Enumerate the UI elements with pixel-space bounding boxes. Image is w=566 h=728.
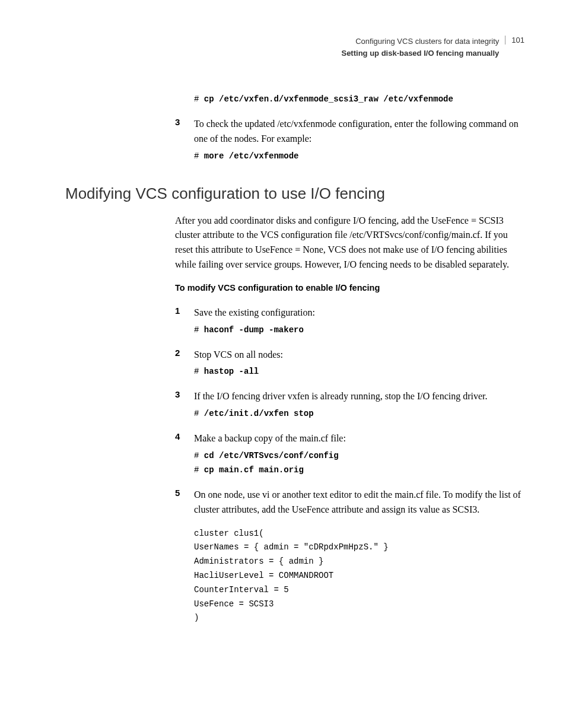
step-1-code: # haconf -dump -makero — [194, 325, 524, 335]
step-text: On one node, use vi or another text edit… — [194, 488, 524, 517]
section-heading: Modifying VCS configuration to use I/O f… — [65, 185, 524, 203]
page-header: Configuring VCS clusters for data integr… — [65, 36, 524, 59]
code-text: cluster clus1( — [194, 529, 264, 538]
code-line: # cp main.cf main.orig — [194, 465, 524, 475]
code-text: HacliUserLevel = COMMANDROOT — [194, 571, 333, 580]
step-text: Stop VCS on all nodes: — [194, 348, 283, 363]
code-command: cp main.cf main.orig — [204, 465, 304, 475]
step-5: 5 On one node, use vi or another text ed… — [175, 488, 524, 517]
step-number: 5 — [175, 488, 194, 517]
code-text-bold: UseFence = SCSI3 — [194, 599, 274, 609]
step-3-code: # /etc/init.d/vxfen stop — [194, 409, 524, 418]
step-text: Save the existing configuration: — [194, 306, 315, 320]
step-3-top: 3 To check the updated /etc/vxfenmode co… — [175, 117, 524, 147]
code-prompt: # — [194, 151, 204, 161]
code-prompt: # — [194, 409, 204, 418]
code-text: UserNames = { admin = "cDRpdxPmHpzS." } — [194, 542, 389, 552]
step-text: Make a backup copy of the main.cf file: — [194, 431, 346, 446]
step-number: 3 — [175, 117, 194, 147]
code-command: cp /etc/vxfen.d/vxfenmode_scsi3_raw /etc… — [204, 94, 453, 104]
header-subtitle: Setting up disk-based I/O fencing manual… — [341, 47, 499, 59]
step-text: To check the updated /etc/vxfenmode conf… — [194, 117, 524, 147]
code-text: Administrators = { admin } — [194, 557, 323, 566]
step-4: 4 Make a backup copy of the main.cf file… — [175, 431, 524, 446]
intro-paragraph: After you add coordinator disks and conf… — [175, 214, 524, 272]
step-number: 2 — [175, 348, 194, 363]
code-prompt: # — [194, 451, 204, 460]
procedure-heading: To modify VCS configuration to enable I/… — [175, 283, 524, 293]
step-3-top-code: # more /etc/vxfenmode — [194, 151, 524, 161]
code-line: # more /etc/vxfenmode — [194, 151, 524, 161]
step-number: 4 — [175, 431, 194, 446]
code-line: # cd /etc/VRTSvcs/conf/config — [194, 451, 524, 460]
step-1: 1 Save the existing configuration: — [175, 306, 524, 320]
code-prompt: # — [194, 94, 204, 104]
step-5-code-block: cluster clus1( UserNames = { admin = "cD… — [194, 527, 524, 626]
code-line: # haconf -dump -makero — [194, 325, 524, 335]
code-text: ) — [194, 613, 199, 622]
section-body: After you add coordinator disks and conf… — [175, 214, 524, 626]
header-text: Configuring VCS clusters for data integr… — [341, 36, 499, 59]
step-text: If the I/O fencing driver vxfen is alrea… — [194, 389, 488, 404]
code-line: # hastop -all — [194, 367, 524, 376]
code-prompt: # — [194, 465, 204, 475]
top-content: # cp /etc/vxfen.d/vxfenmode_scsi3_raw /e… — [175, 94, 524, 161]
step-2: 2 Stop VCS on all nodes: — [175, 348, 524, 363]
step-3: 3 If the I/O fencing driver vxfen is alr… — [175, 389, 524, 404]
code-command: more /etc/vxfenmode — [204, 151, 299, 161]
step-2-code: # hastop -all — [194, 367, 524, 376]
code-text: CounterInterval = 5 — [194, 585, 289, 595]
top-code-wrap: # cp /etc/vxfen.d/vxfenmode_scsi3_raw /e… — [194, 94, 524, 104]
step-number: 3 — [175, 389, 194, 404]
code-command: hastop -all — [204, 367, 259, 376]
code-line: # /etc/init.d/vxfen stop — [194, 409, 524, 418]
page-number: 101 — [505, 36, 524, 44]
step-number: 1 — [175, 306, 194, 320]
code-command: cd /etc/VRTSvcs/conf/config — [204, 451, 339, 460]
step-4-code: # cd /etc/VRTSvcs/conf/config # cp main.… — [194, 451, 524, 475]
code-prompt: # — [194, 325, 204, 335]
header-title: Configuring VCS clusters for data integr… — [341, 36, 499, 47]
code-line: # cp /etc/vxfen.d/vxfenmode_scsi3_raw /e… — [194, 94, 524, 104]
code-command: /etc/init.d/vxfen stop — [204, 409, 314, 418]
code-prompt: # — [194, 367, 204, 376]
code-command: haconf -dump -makero — [204, 325, 304, 335]
